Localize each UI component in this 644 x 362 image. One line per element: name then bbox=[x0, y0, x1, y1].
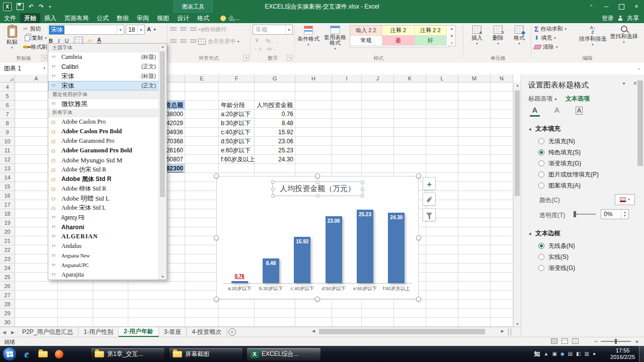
new-sheet-button[interactable]: ＋ bbox=[227, 327, 237, 337]
row-header-17[interactable]: 17 bbox=[0, 200, 15, 209]
font-size-dropdown-icon[interactable]: ▼ bbox=[137, 25, 144, 34]
cell-F11[interactable]: e:60岁以下 bbox=[219, 146, 255, 155]
transparency-spinner[interactable]: 0% ▲▼ bbox=[601, 209, 629, 219]
text-fill-outline-icon[interactable]: A bbox=[529, 106, 540, 117]
font-option[interactable]: TTCalibri(正文) bbox=[48, 62, 159, 71]
bar-f:60岁及以上[interactable] bbox=[388, 213, 405, 283]
title-selection-handle[interactable] bbox=[271, 194, 275, 198]
minimize-button[interactable]: ─ bbox=[599, 0, 614, 13]
font-option[interactable]: OAdobe 仿宋 Std R bbox=[48, 165, 159, 174]
row-header-27[interactable]: 27 bbox=[0, 291, 15, 300]
radio-option[interactable]: 图片或纹理填充(P) bbox=[538, 169, 599, 180]
row-header-5[interactable]: 5 bbox=[0, 92, 15, 101]
radio-option[interactable]: 渐变线(G) bbox=[538, 262, 575, 274]
cell-G6[interactable]: 人均投资金额 bbox=[255, 101, 295, 110]
show-desktop-button[interactable] bbox=[639, 346, 644, 362]
row-header-22[interactable]: 22 bbox=[0, 245, 15, 254]
font-option[interactable]: TTALGERIAN bbox=[48, 232, 159, 241]
scroll-up-icon[interactable]: ▲ bbox=[514, 83, 521, 87]
select-all-corner[interactable] bbox=[0, 74, 15, 82]
title-selection-handle[interactable] bbox=[361, 180, 364, 184]
font-option[interactable]: TTAparajita bbox=[48, 270, 159, 280]
bar-e:60岁以下[interactable] bbox=[357, 210, 373, 283]
font-option[interactable]: OAdobe 宋体 Std L bbox=[48, 203, 159, 213]
cell-G11[interactable]: 25.23 bbox=[255, 146, 295, 155]
merge-center-button[interactable]: 合并后居中 ▾ bbox=[198, 37, 239, 46]
column-header-I[interactable]: I bbox=[332, 74, 362, 82]
chart-selection-handle[interactable] bbox=[416, 297, 421, 302]
cell-F10[interactable]: d:50岁以下 bbox=[219, 137, 255, 146]
taskbar-clock[interactable]: 17:55 2016/2/25 bbox=[610, 347, 635, 360]
vertical-scroll-thumb[interactable] bbox=[515, 90, 520, 196]
radio-option[interactable]: 纯色填充(S) bbox=[538, 147, 599, 158]
sheet-tab-4-投资顺次[interactable]: 4-投资顺次 bbox=[187, 327, 227, 337]
style-option[interactable]: 注释 2 2 bbox=[415, 26, 447, 36]
explorer-taskbar-icon[interactable] bbox=[36, 348, 49, 360]
radio-option[interactable]: 图案填充(A) bbox=[538, 180, 599, 191]
font-option[interactable]: TT微软雅黑 bbox=[48, 99, 159, 109]
row-header-8[interactable]: 8 bbox=[0, 119, 15, 128]
cell-F9[interactable]: c:40岁以下 bbox=[219, 128, 255, 137]
increase-font-button[interactable]: A▲ bbox=[147, 25, 156, 33]
text-fill-section-header[interactable]: ▲ 文本填充 bbox=[528, 125, 560, 133]
wrap-text-button[interactable]: ↩ 自动换行 bbox=[198, 25, 226, 34]
name-box-dropdown-icon[interactable]: ▾ bbox=[43, 66, 48, 70]
pane-splitter-grip[interactable] bbox=[508, 328, 511, 335]
pane-options-icon[interactable]: ▼ bbox=[622, 81, 626, 86]
sheet-tab-1-用户性别[interactable]: 1-用户性别 bbox=[78, 327, 119, 337]
font-option[interactable]: OAdobe 楷体 Std R bbox=[48, 184, 159, 194]
font-option[interactable]: TT宋体(正文) bbox=[48, 81, 159, 90]
style-option[interactable]: 注释 2 bbox=[382, 26, 415, 36]
tab-chart-format[interactable]: 格式 bbox=[193, 13, 213, 23]
cell-F6[interactable]: 年龄分段 bbox=[219, 101, 255, 110]
title-selection-handle[interactable] bbox=[271, 188, 275, 191]
start-button[interactable] bbox=[3, 347, 17, 361]
font-option[interactable]: TTAgency FB bbox=[48, 213, 159, 222]
font-option[interactable]: TTAharoni bbox=[48, 222, 159, 232]
font-size-combo[interactable]: 18 ▼ bbox=[126, 25, 145, 35]
row-header-15[interactable]: 15 bbox=[0, 182, 15, 191]
sheet-nav-right-icon[interactable]: ▶ bbox=[9, 327, 17, 337]
save-icon[interactable] bbox=[17, 3, 24, 10]
row-header-30[interactable]: 30 bbox=[0, 318, 15, 327]
vertical-scrollbar[interactable]: ▲ ▼ bbox=[513, 82, 521, 327]
row-header-16[interactable]: 16 bbox=[0, 191, 15, 200]
font-option[interactable]: OAdobe Garamond Pro bbox=[48, 136, 159, 146]
font-option[interactable]: OAdobe Caslon Pro bbox=[48, 117, 159, 127]
sheet-tab-2-用户年龄[interactable]: 2-用户年龄 bbox=[119, 327, 159, 337]
style-option[interactable]: 差 bbox=[382, 36, 415, 46]
pane-tab-text-options[interactable]: 文本选项 bbox=[566, 95, 590, 103]
horizontal-scroll-thumb[interactable] bbox=[319, 329, 485, 334]
scroll-up-icon[interactable]: ▲ bbox=[159, 45, 167, 48]
column-header-K[interactable]: K bbox=[394, 74, 426, 82]
textbox-icon[interactable]: A bbox=[574, 106, 585, 117]
title-selection-handle[interactable] bbox=[271, 180, 275, 184]
chart-selection-handle[interactable] bbox=[315, 173, 320, 178]
zoom-slider-thumb[interactable] bbox=[615, 339, 617, 344]
font-option[interactable]: OAdobe Caslon Pro Bold bbox=[48, 127, 159, 136]
autosum-button[interactable]: Σ 自动求和 ▾ bbox=[534, 25, 567, 33]
scroll-down-icon[interactable]: ▼ bbox=[514, 322, 521, 326]
spin-down-icon[interactable]: ▼ bbox=[623, 214, 626, 218]
gallery-scroll-buttons[interactable]: ▲▼≡ bbox=[448, 25, 456, 46]
tell-me-box[interactable]: 么... bbox=[220, 13, 239, 23]
number-buttons[interactable]: ￥%, bbox=[254, 36, 278, 45]
pane-scrollbar[interactable] bbox=[637, 77, 643, 332]
zoom-out-icon[interactable]: − bbox=[594, 338, 598, 344]
row-header-26[interactable]: 26 bbox=[0, 282, 15, 291]
font-option[interactable]: OAdobe Myungjo Std M bbox=[48, 155, 159, 165]
horizontal-align-buttons[interactable] bbox=[170, 37, 197, 46]
row-header-14[interactable]: 14 bbox=[0, 173, 15, 182]
tray-power-icon[interactable]: ● bbox=[593, 351, 596, 356]
copy-button[interactable]: 复制 ▾ bbox=[23, 34, 47, 42]
tab-formulas[interactable]: 公式 bbox=[93, 13, 113, 23]
sheet-tab-3-星座[interactable]: 3-星座 bbox=[159, 327, 187, 337]
title-selection-handle[interactable] bbox=[316, 194, 319, 198]
tab-insert[interactable]: 插入 bbox=[40, 13, 60, 23]
transparency-slider[interactable] bbox=[574, 209, 596, 219]
insert-cells-button[interactable]: ＋ 插入 ▾ bbox=[467, 24, 487, 54]
row-header-13[interactable]: 13 bbox=[0, 164, 15, 173]
slider-thumb[interactable] bbox=[574, 211, 576, 217]
number-dialog-launcher[interactable]: ↘ bbox=[287, 55, 293, 61]
chart-title-box[interactable]: 人均投资金额（万元） bbox=[272, 182, 363, 196]
